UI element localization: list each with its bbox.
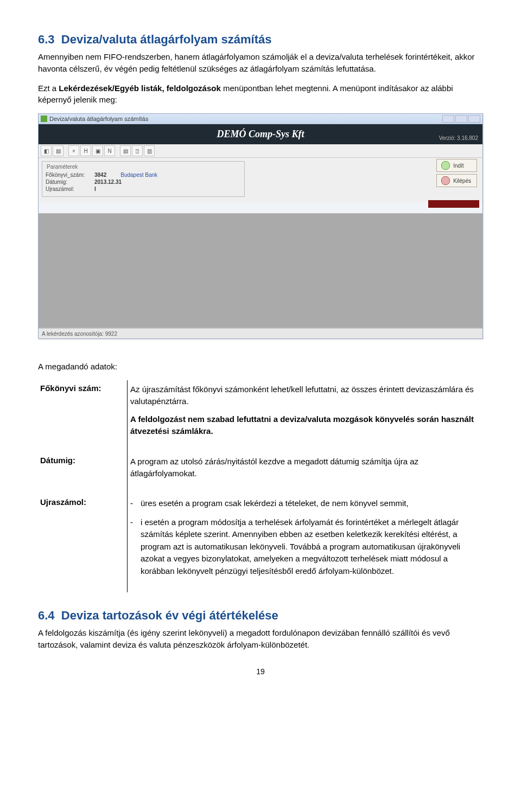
table-row: Főkönyvi szám: Az újraszámítást főkönyvi… xyxy=(38,380,483,452)
table-row: Ujraszámol: -üres esetén a program csak … xyxy=(38,494,483,592)
dash-icon: - xyxy=(130,497,133,510)
sec-number: 6.4 xyxy=(38,609,55,622)
fokonyvi-szam-name: Budapest Bank xyxy=(120,172,157,178)
sec64-para: A feldolgozás kiszámítja (és igény szeri… xyxy=(38,627,483,651)
version-label: Verzió: 3.16.802 xyxy=(439,135,478,141)
play-icon xyxy=(441,161,450,170)
toolbar: ◧ ▤ × H ▣ N ▤ ⍰ ▥ xyxy=(39,144,482,158)
stop-icon xyxy=(441,176,450,185)
app-icon xyxy=(41,116,47,122)
sec-title: Deviza/valuta átlagárfolyam számítás xyxy=(61,33,272,46)
ujraszamol-input[interactable]: I xyxy=(94,186,96,192)
maximize-button[interactable] xyxy=(455,115,467,123)
start-button[interactable]: Indít xyxy=(436,159,477,172)
sec-title: Deviza tartozások év végi átértékelése xyxy=(61,609,278,622)
defs-intro: A megadandó adatok: xyxy=(38,361,483,373)
parameters-title: Paraméterek xyxy=(47,164,241,170)
progress-strip xyxy=(428,200,479,208)
titlebar: Deviza/valuta átlagárfolyam számítás xyxy=(39,114,482,124)
window-controls xyxy=(442,115,480,123)
field-label: Főkönyvi_szám: xyxy=(46,172,94,178)
datumig-desc: A program az utolsó zárás/nyitástól kezd… xyxy=(130,456,478,479)
toolbar-button[interactable]: ⍰ xyxy=(132,145,143,156)
toolbar-button[interactable]: ◧ xyxy=(41,145,52,156)
field-label: Ujraszámol: xyxy=(46,186,94,192)
sec-number: 6.3 xyxy=(38,33,55,46)
definitions-table: Főkönyvi szám: Az újraszámítást főkönyvi… xyxy=(38,380,483,593)
sec63-para1: Amennyiben nem FIFO-rendszerben, hanem á… xyxy=(38,51,483,75)
term-ujraszamol: Ujraszámol: xyxy=(38,494,128,592)
fokonyvi-desc-1: Az újraszámítást főkönyvi számonként leh… xyxy=(130,383,478,407)
fokonyvi-szam-input[interactable]: 3842 xyxy=(94,172,106,178)
minimize-button[interactable] xyxy=(442,115,454,123)
fokonyvi-desc-2: A feldolgozást nem szabad lefuttatni a d… xyxy=(130,413,478,437)
datumig-input[interactable]: 2013.12.31 xyxy=(94,179,122,185)
table-row: Dátumig: A program az utolsó zárás/nyitá… xyxy=(38,452,483,495)
list-item: -üres esetén a program csak lekérdezi a … xyxy=(130,497,478,510)
start-label: Indít xyxy=(453,163,463,169)
exit-button[interactable]: Kilépés xyxy=(436,174,477,187)
term-fokonyvi: Főkönyvi szám: xyxy=(38,380,128,452)
page-number: 19 xyxy=(38,667,483,676)
close-button[interactable] xyxy=(468,115,480,123)
section-6-4-heading: 6.4 Deviza tartozások év végi átértékelé… xyxy=(38,609,483,623)
toolbar-button[interactable]: H xyxy=(80,145,91,156)
app-banner: DEMÓ Comp-Sys Kft Verzió: 3.16.802 xyxy=(39,124,482,144)
section-6-3-heading: 6.3 Deviza/valuta átlagárfolyam számítás xyxy=(38,33,483,47)
statusbar: A lekérdezés azonosítója: 9922 xyxy=(39,328,482,338)
toolbar-button[interactable]: ▥ xyxy=(144,145,155,156)
toolbar-button[interactable]: ▤ xyxy=(53,145,63,156)
list-item: -i esetén a program módosítja a terhelés… xyxy=(130,516,478,578)
sec63-para2: Ezt a Lekérdezések/Egyéb listák, feldolg… xyxy=(38,82,483,106)
status-text: A lekérdezés azonosítója: 9922 xyxy=(42,331,117,337)
ujra-opt-empty: üres esetén a program csak lekérdezi a t… xyxy=(141,497,409,510)
window-title: Deviza/valuta átlagárfolyam számítás xyxy=(49,116,148,122)
ujra-opt-i: i esetén a program módosítja a terhelése… xyxy=(141,516,478,578)
dash-icon: - xyxy=(130,516,133,578)
toolbar-button[interactable]: ▣ xyxy=(92,145,103,156)
toolbar-button[interactable]: N xyxy=(104,145,115,156)
banner-text: DEMÓ Comp-Sys Kft xyxy=(217,129,304,139)
toolbar-button[interactable]: ▤ xyxy=(120,145,131,156)
output-area xyxy=(39,213,482,328)
toolbar-button[interactable]: × xyxy=(68,145,79,156)
term-datumig: Dátumig: xyxy=(38,452,128,495)
app-window: Deviza/valuta átlagárfolyam számítás DEM… xyxy=(38,113,483,339)
exit-label: Kilépés xyxy=(453,178,471,184)
parameters-panel: Paraméterek Főkönyvi_szám: 3842 Budapest… xyxy=(42,161,245,197)
field-label: Dátumig: xyxy=(46,179,94,185)
